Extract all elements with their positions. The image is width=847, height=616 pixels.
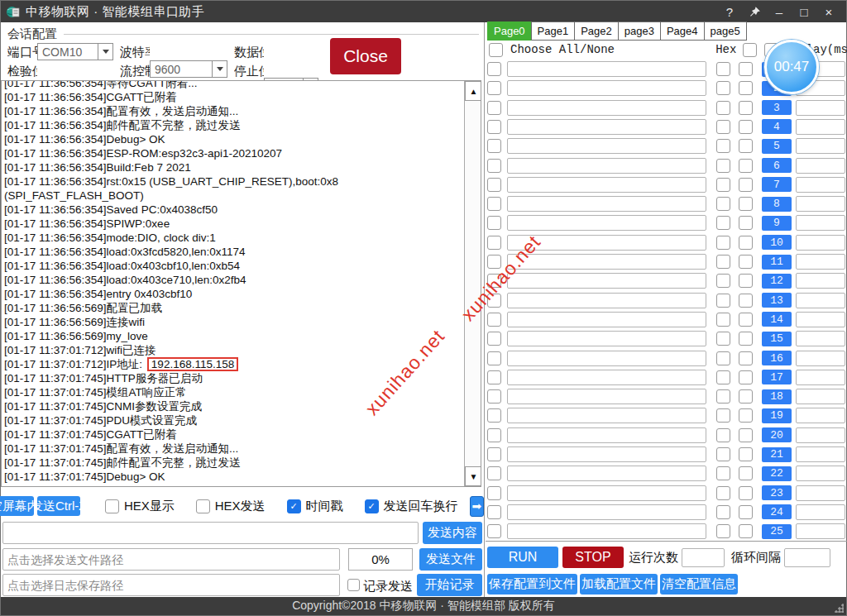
row-delay-input[interactable] — [796, 196, 845, 212]
row-select-checkbox[interactable] — [487, 466, 501, 480]
clear-config-button[interactable]: 清空配置信息 — [660, 574, 738, 595]
hex-display-checkbox[interactable] — [105, 499, 119, 513]
row-select-checkbox[interactable] — [487, 216, 501, 230]
maximize-button[interactable]: □ — [793, 2, 815, 21]
row-select-checkbox[interactable] — [487, 524, 501, 538]
row-delay-input[interactable] — [796, 293, 845, 308]
row-command-input[interactable] — [507, 446, 706, 462]
row-hex2-checkbox[interactable] — [739, 428, 753, 442]
row-hex2-checkbox[interactable] — [739, 255, 753, 269]
send-file-button[interactable]: 发送文件 — [419, 548, 482, 571]
row-delay-input[interactable] — [796, 331, 845, 346]
tab-page5[interactable]: page5 — [704, 21, 747, 41]
row-command-input[interactable] — [507, 138, 706, 154]
save-config-button[interactable]: 保存配置到文件 — [487, 574, 577, 595]
scroll-down-icon[interactable]: ▼ — [465, 466, 481, 486]
row-select-checkbox[interactable] — [487, 236, 501, 250]
row-hex-checkbox[interactable] — [716, 466, 730, 480]
row-select-checkbox[interactable] — [487, 389, 501, 404]
row-command-input[interactable] — [507, 312, 706, 327]
run-button[interactable]: RUN — [487, 547, 558, 568]
row-command-input[interactable] — [507, 485, 706, 501]
row-command-input[interactable] — [507, 215, 706, 231]
timestamp-checkbox[interactable] — [287, 499, 301, 513]
row-send-button-7[interactable]: 7 — [762, 177, 792, 192]
row-hex2-checkbox[interactable] — [739, 139, 753, 153]
row-hex-checkbox[interactable] — [716, 178, 730, 192]
row-hex-checkbox[interactable] — [716, 370, 730, 384]
row-select-checkbox[interactable] — [487, 313, 501, 327]
row-hex2-checkbox[interactable] — [739, 505, 753, 519]
row-delay-input[interactable] — [796, 119, 845, 135]
row-delay-input[interactable] — [796, 235, 845, 251]
port-select[interactable]: COM10 — [37, 43, 113, 60]
row-send-button-5[interactable]: 5 — [762, 139, 792, 154]
row-hex2-checkbox[interactable] — [739, 351, 753, 365]
row-select-checkbox[interactable] — [487, 408, 501, 423]
row-command-input[interactable] — [507, 370, 706, 385]
row-command-input[interactable] — [507, 351, 706, 366]
row-delay-input[interactable] — [796, 215, 845, 231]
row-hex2-checkbox[interactable] — [739, 178, 753, 192]
row-send-button-8[interactable]: 8 — [762, 197, 792, 212]
row-select-checkbox[interactable] — [487, 197, 501, 211]
row-hex2-checkbox[interactable] — [739, 216, 753, 230]
row-select-checkbox[interactable] — [487, 332, 501, 346]
close-port-button[interactable]: Close — [330, 38, 401, 74]
row-command-input[interactable] — [507, 331, 706, 346]
pin-button[interactable] — [744, 2, 765, 21]
row-hex2-checkbox[interactable] — [739, 274, 753, 288]
row-hex-checkbox[interactable] — [716, 255, 730, 269]
row-select-checkbox[interactable] — [487, 159, 501, 173]
send-content-input[interactable] — [2, 522, 419, 544]
row-hex2-checkbox[interactable] — [739, 197, 753, 211]
row-delay-input[interactable] — [796, 370, 845, 385]
serial-log-area[interactable]: [01-17 11:36:56:354]等待CGATT附着...[01-17 1… — [1, 80, 481, 487]
row-hex2-checkbox[interactable] — [739, 466, 753, 480]
row-send-button-20[interactable]: 20 — [762, 427, 792, 442]
row-hex-checkbox[interactable] — [716, 332, 730, 346]
row-send-button-23[interactable]: 23 — [762, 485, 792, 500]
row-delay-input[interactable] — [796, 351, 845, 366]
record-send-checkbox[interactable] — [347, 579, 360, 591]
send-ctrlz-button[interactable]: 发送Ctrl-Z — [37, 496, 80, 516]
row-hex-checkbox[interactable] — [716, 313, 730, 327]
start-record-button[interactable]: 开始记录 — [417, 574, 482, 596]
row-select-checkbox[interactable] — [487, 370, 501, 384]
row-send-button-15[interactable]: 15 — [762, 332, 792, 346]
row-hex2-checkbox[interactable] — [739, 81, 753, 95]
row-hex-checkbox[interactable] — [716, 81, 730, 95]
row-send-button-16[interactable]: 16 — [762, 351, 792, 365]
row-send-button-22[interactable]: 22 — [762, 466, 792, 481]
row-select-checkbox[interactable] — [487, 274, 501, 288]
row-hex-checkbox[interactable] — [716, 62, 730, 76]
row-hex-checkbox[interactable] — [716, 236, 730, 250]
row-hex2-checkbox[interactable] — [739, 408, 753, 423]
hex-all-checkbox-1[interactable] — [743, 43, 757, 57]
row-send-button-13[interactable]: 13 — [762, 293, 792, 308]
row-command-input[interactable] — [507, 100, 706, 116]
resize-grip[interactable] — [834, 603, 844, 613]
row-delay-input[interactable] — [796, 485, 845, 501]
row-select-checkbox[interactable] — [487, 139, 501, 153]
row-hex2-checkbox[interactable] — [739, 389, 753, 404]
tab-page3[interactable]: page3 — [618, 21, 660, 41]
row-delay-input[interactable] — [796, 254, 845, 270]
row-hex2-checkbox[interactable] — [739, 486, 753, 500]
row-hex2-checkbox[interactable] — [739, 120, 753, 134]
row-select-checkbox[interactable] — [487, 351, 501, 365]
help-button[interactable]: ? — [719, 2, 740, 21]
row-hex-checkbox[interactable] — [716, 447, 730, 461]
tab-page4[interactable]: Page4 — [660, 21, 704, 41]
row-select-checkbox[interactable] — [487, 486, 501, 500]
row-delay-input[interactable] — [796, 312, 845, 327]
scroll-up-icon[interactable]: ▲ — [465, 81, 481, 101]
row-delay-input[interactable] — [796, 523, 845, 539]
row-hex-checkbox[interactable] — [716, 294, 730, 308]
row-send-button-6[interactable]: 6 — [762, 158, 792, 173]
row-delay-input[interactable] — [796, 138, 845, 154]
row-send-button-4[interactable]: 4 — [762, 119, 792, 134]
row-select-checkbox[interactable] — [487, 447, 501, 461]
row-delay-input[interactable] — [796, 427, 845, 443]
row-command-input[interactable] — [507, 523, 706, 539]
